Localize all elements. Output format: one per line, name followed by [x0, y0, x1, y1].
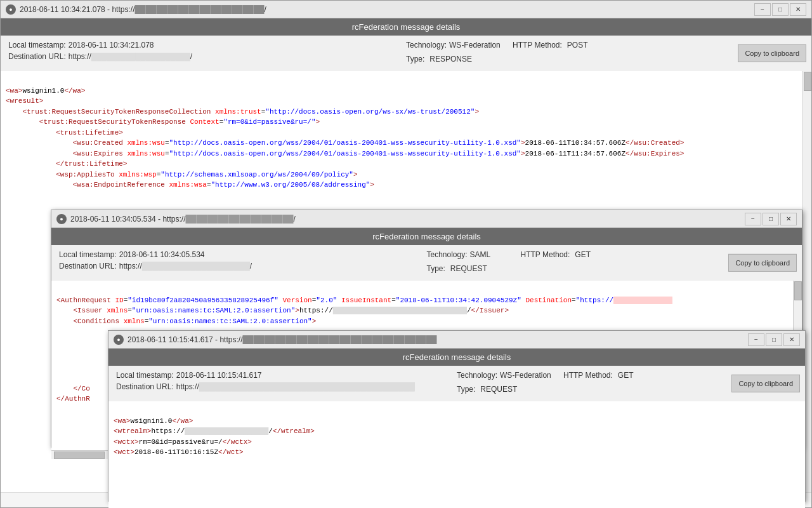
- info-row-desturl-3: Destination URL: https://███████████████…: [116, 382, 457, 391]
- window-controls-1[interactable]: − □ ✕: [754, 3, 806, 16]
- xml-content-3: <wa>wsignin1.0</wa> <wtrealm>https://███…: [108, 401, 805, 508]
- app-icon-1: ●: [6, 4, 16, 15]
- minimize-btn-1[interactable]: −: [754, 3, 771, 16]
- info-row-desturl-1: Destination URL: https://███████████████…: [8, 52, 406, 61]
- titlebar-1: ● 2018-06-11 10:34:21.078 - https://████…: [1, 1, 811, 18]
- window-title-3: 2018-06-11 10:15:41.617 - https://██████…: [128, 335, 748, 344]
- window-controls-2[interactable]: − □ ✕: [745, 213, 797, 225]
- info-row-timestamp-3: Local timestamp: 2018-06-11 10:15:41.617: [116, 371, 457, 380]
- minimize-btn-3[interactable]: −: [748, 333, 764, 346]
- close-btn-2[interactable]: ✕: [780, 213, 797, 225]
- panel-info-2: Local timestamp: 2018-06-11 10:34:05.534…: [51, 245, 802, 281]
- copy-clipboard-btn-3[interactable]: Copy to clipboard: [731, 375, 800, 392]
- close-btn-3[interactable]: ✕: [783, 333, 800, 346]
- window-controls-3[interactable]: − □ ✕: [748, 333, 800, 346]
- panel-info-3: Local timestamp: 2018-06-11 10:15:41.617…: [108, 366, 805, 401]
- info-row-timestamp-1: Local timestamp: 2018-06-11 10:34:21.078: [8, 41, 406, 50]
- window-title-2: 2018-06-11 10:34:05.534 - https://██████…: [70, 215, 745, 224]
- panel-header-3: rcFederation message details: [108, 349, 805, 366]
- info-row-timestamp-2: Local timestamp: 2018-06-11 10:34:05.534: [59, 250, 427, 259]
- app-icon-3: ●: [114, 335, 124, 345]
- maximize-btn-2[interactable]: □: [763, 213, 779, 225]
- maximize-btn-1[interactable]: □: [772, 3, 789, 16]
- hscrollbar-thumb-2[interactable]: [54, 451, 105, 459]
- vscrollbar-thumb-2[interactable]: [794, 281, 802, 300]
- titlebar-3: ● 2018-06-11 10:15:41.617 - https://████…: [108, 331, 805, 349]
- maximize-btn-3[interactable]: □: [766, 333, 782, 346]
- xml-area-3[interactable]: <wa>wsignin1.0</wa> <wtrealm>https://███…: [108, 401, 805, 508]
- panel-info-1: Local timestamp: 2018-06-11 10:34:21.078…: [1, 36, 811, 71]
- vscrollbar-thumb-1[interactable]: [804, 72, 811, 91]
- copy-clipboard-btn-1[interactable]: Copy to clipboard: [738, 44, 806, 62]
- window-3[interactable]: ● 2018-06-11 10:15:41.617 - https://████…: [108, 330, 806, 502]
- panel-header-1: rcFederation message details: [1, 18, 811, 36]
- close-btn-1[interactable]: ✕: [790, 3, 806, 16]
- titlebar-2: ● 2018-06-11 10:34:05.534 - https://████…: [51, 210, 802, 228]
- info-left-1: Local timestamp: 2018-06-11 10:34:21.078…: [8, 41, 406, 64]
- info-left-2: Local timestamp: 2018-06-11 10:34:05.534…: [59, 250, 427, 273]
- panel-header-2: rcFederation message details: [51, 228, 802, 245]
- app-icon-2: ●: [56, 214, 67, 224]
- minimize-btn-2[interactable]: −: [745, 213, 761, 225]
- window-title-1: 2018-06-11 10:34:21.078 - https://██████…: [20, 5, 754, 14]
- copy-clipboard-btn-2[interactable]: Copy to clipboard: [728, 254, 797, 272]
- info-row-desturl-2: Destination URL: https://███████████████…: [59, 262, 427, 271]
- info-left-3: Local timestamp: 2018-06-11 10:15:41.617…: [116, 371, 457, 394]
